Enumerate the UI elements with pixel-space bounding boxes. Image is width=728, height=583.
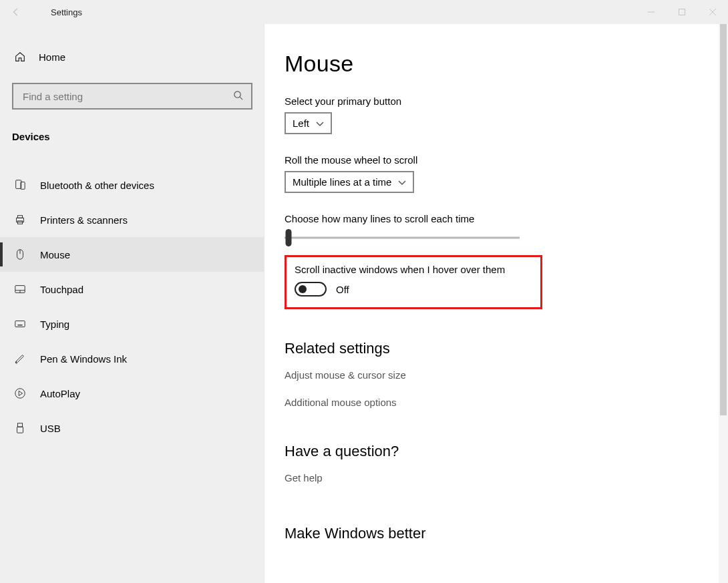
nav-printers[interactable]: Printers & scanners [0,202,264,237]
chevron-down-icon [316,118,324,129]
primary-button-label: Select your primary button [285,95,728,107]
slider-thumb[interactable] [286,229,292,246]
link-get-help[interactable]: Get help [285,468,728,488]
search-icon [233,90,243,102]
autoplay-icon [13,387,27,399]
lines-label: Choose how many lines to scroll each tim… [285,213,728,224]
page-title: Mouse [285,51,728,77]
nav-label: Bluetooth & other devices [40,180,154,191]
maximize-button[interactable] [667,0,697,24]
toggle-knob [299,285,307,293]
svg-point-2 [234,91,240,98]
back-button[interactable] [0,7,32,17]
bluetooth-icon [13,179,27,191]
nav-label: Mouse [40,249,70,260]
usb-icon [13,422,27,434]
nav-list: Bluetooth & other devices Printers & sca… [0,168,264,445]
nav-label: USB [40,423,61,434]
svg-rect-7 [17,216,22,218]
search-box[interactable] [12,83,252,110]
nav-typing[interactable]: Typing [0,307,264,341]
scrollbar[interactable] [719,24,728,583]
keyboard-icon [13,318,27,330]
highlighted-setting: Scroll inactive windows when I hover ove… [285,255,542,309]
home-label: Home [39,51,65,63]
nav-label: Typing [40,319,69,330]
nav-label: Pen & Windows Ink [40,353,127,365]
search-input[interactable] [21,90,233,103]
dropdown-value: Left [293,118,309,129]
inactive-label: Scroll inactive windows when I hover ove… [295,264,532,275]
home-icon [13,51,27,63]
dropdown-value: Multiple lines at a time [293,176,391,188]
toggle-state: Off [336,284,349,295]
nav-touchpad[interactable]: Touchpad [0,272,264,307]
pen-icon [13,353,27,365]
home-button[interactable]: Home [0,44,264,69]
wheel-dropdown[interactable]: Multiple lines at a time [285,171,414,193]
chevron-down-icon [398,176,406,188]
svg-point-20 [15,389,25,398]
related-heading: Related settings [285,340,728,357]
svg-rect-1 [679,9,685,15]
nav-usb[interactable]: USB [0,411,264,445]
svg-rect-22 [17,427,23,433]
svg-rect-14 [15,321,25,327]
svg-line-3 [240,97,242,100]
mouse-icon [13,248,27,260]
sidebar: Home Devices Bluetooth & other devices P… [0,24,264,583]
question-heading: Have a question? [285,443,728,460]
nav-label: AutoPlay [40,388,80,399]
nav-label: Printers & scanners [40,214,128,226]
lines-slider[interactable] [285,230,520,246]
minimize-button[interactable] [636,0,667,24]
content-area: Mouse Select your primary button Left Ro… [264,24,728,583]
link-adjust-cursor[interactable]: Adjust mouse & cursor size [285,365,728,385]
nav-mouse[interactable]: Mouse [0,237,264,272]
nav-bluetooth[interactable]: Bluetooth & other devices [0,168,264,202]
titlebar: Settings [0,0,728,24]
nav-label: Touchpad [40,284,83,295]
nav-pen[interactable]: Pen & Windows Ink [0,341,264,376]
inactive-toggle[interactable] [295,282,327,297]
nav-autoplay[interactable]: AutoPlay [0,376,264,411]
touchpad-icon [13,283,27,295]
wheel-label: Roll the mouse wheel to scroll [285,154,728,166]
primary-button-dropdown[interactable]: Left [285,112,332,134]
printer-icon [13,214,27,226]
section-label: Devices [0,122,264,149]
close-button[interactable] [697,0,728,24]
window-title: Settings [32,7,82,17]
window-controls [636,0,728,24]
scrollbar-thumb[interactable] [720,24,727,415]
feedback-heading: Make Windows better [285,525,728,542]
svg-rect-21 [17,423,22,427]
link-additional-options[interactable]: Additional mouse options [285,393,728,412]
